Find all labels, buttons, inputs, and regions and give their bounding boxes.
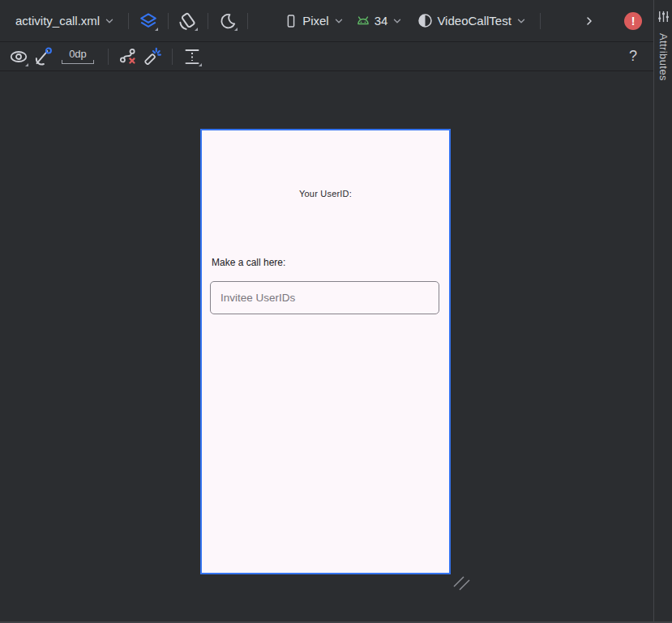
- pack-expand-vertical-button[interactable]: [180, 45, 204, 69]
- dropdown-corner: [195, 28, 198, 31]
- help-glyph: ?: [629, 48, 637, 64]
- theme-half-circle-icon: [417, 13, 433, 28]
- error-badge[interactable]: !: [624, 12, 642, 30]
- view-options-button[interactable]: [6, 45, 31, 69]
- dropdown-corner: [25, 63, 28, 66]
- theme-selector-label: VideoCallTest: [437, 14, 511, 28]
- design-surface-button[interactable]: [136, 9, 161, 33]
- invitee-userids-input[interactable]: [210, 281, 439, 314]
- device-preview[interactable]: Your UserID: Make a call here:: [200, 129, 451, 574]
- toolbar-separator: [108, 49, 109, 65]
- toolbar-separator: [128, 13, 129, 29]
- toolbar-separator: [540, 13, 541, 29]
- default-margins-button[interactable]: 0dp: [60, 49, 96, 64]
- dropdown-corner: [155, 28, 158, 31]
- device-screen: Your UserID: Make a call here:: [202, 130, 449, 573]
- expand-toolbar-button[interactable]: [577, 9, 601, 33]
- device-selector[interactable]: Pixel: [278, 8, 350, 34]
- make-call-label: Make a call here:: [212, 257, 285, 268]
- orientation-button[interactable]: [176, 9, 200, 33]
- file-selector-label: activity_call.xml: [15, 14, 100, 28]
- editor-main-column: activity_call.xml: [0, 0, 653, 623]
- autoconnect-button[interactable]: [31, 45, 55, 69]
- design-canvas[interactable]: Your UserID: Make a call here:: [0, 71, 653, 623]
- theme-selector[interactable]: VideoCallTest: [412, 8, 532, 34]
- api-level-selector[interactable]: 34: [350, 8, 409, 34]
- dropdown-corner: [199, 63, 202, 66]
- tune-sliders-icon[interactable]: [657, 10, 670, 23]
- right-tool-strip: Attributes: [653, 0, 672, 623]
- toolbar-separator: [247, 13, 248, 29]
- chevron-right-icon: [583, 15, 596, 28]
- dropdown-corner: [234, 28, 238, 31]
- toolbar-separator: [168, 13, 169, 29]
- chevron-down-icon: [392, 15, 403, 27]
- constraints-toolbar: 0dp: [0, 42, 653, 71]
- clear-constraints-button[interactable]: [116, 45, 140, 69]
- chevron-down-icon: [104, 15, 115, 27]
- api-level-label: 34: [375, 14, 388, 28]
- chevron-down-icon: [516, 15, 527, 27]
- default-margin-value: 0dp: [69, 49, 87, 60]
- magnet-off-icon: [33, 47, 53, 66]
- attributes-tab[interactable]: Attributes: [657, 33, 670, 81]
- help-button[interactable]: ?: [629, 48, 637, 65]
- chevron-down-icon: [333, 15, 345, 27]
- toolbar-separator: [172, 49, 173, 65]
- device-selector-label: Pixel: [302, 14, 329, 28]
- resize-handle-icon[interactable]: [452, 575, 473, 596]
- design-toolbar: activity_call.xml: [0, 0, 653, 42]
- toolbar-separator: [208, 13, 208, 29]
- magic-wand-icon: [143, 47, 162, 66]
- margin-bracket-icon: [62, 60, 94, 64]
- infer-constraints-button[interactable]: [140, 45, 165, 69]
- file-selector[interactable]: activity_call.xml: [10, 8, 121, 34]
- layout-editor-window: activity_call.xml: [0, 0, 672, 623]
- night-mode-button[interactable]: [216, 9, 240, 33]
- error-badge-glyph: !: [631, 15, 636, 28]
- android-icon: [356, 14, 370, 28]
- clear-constraints-icon: [118, 47, 138, 66]
- userid-label: Your UserID:: [202, 189, 449, 198]
- phone-device-icon: [284, 14, 298, 28]
